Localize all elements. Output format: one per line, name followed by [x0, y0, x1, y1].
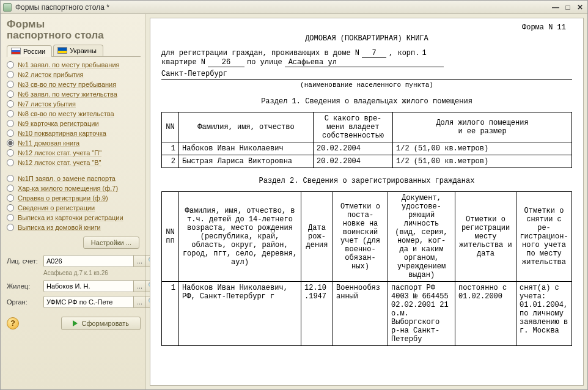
sidebar: Формы паспортного стола России Украины №… [1, 14, 146, 389]
t2-h-fio: Фамилия, имя, отчество, в т.ч. детей до … [179, 192, 301, 282]
form-radio-item[interactable]: №9 карточка регистрации [7, 119, 141, 128]
form-radio-item[interactable]: №6 заявл. по месту жительства [7, 90, 141, 98]
section2-title: Раздел 2. Сведения о зарегистрированных … [161, 177, 572, 185]
account-input[interactable] [43, 255, 134, 267]
radio-label: №6 заявл. по месту жительства [18, 90, 117, 98]
form-radio-group-1: №1 заявл. по месту пребывания№2 листок п… [7, 61, 141, 167]
flat-no: 26 [208, 58, 244, 67]
form-radio-item[interactable]: №12 листок стат. учета "П" [7, 149, 141, 157]
t2-h-off: Отметки о снятии с ре- гистрацион- ного … [516, 192, 572, 282]
maximize-button[interactable]: □ [563, 3, 573, 12]
document-view: Форма N 11 ДОМОВАЯ (ПОКВАРТИРНАЯ) КНИГА … [150, 18, 584, 386]
app-icon [3, 3, 12, 12]
radio[interactable] [7, 214, 14, 221]
radio[interactable] [7, 224, 14, 231]
radio[interactable] [7, 175, 14, 182]
form-radio-item[interactable]: №1П заявл. о замене паспорта [7, 174, 141, 183]
titlebar: Формы паспортного стола * — □ ✕ [1, 1, 587, 14]
radio[interactable] [7, 81, 14, 88]
radio-label: Справка о регистрации (ф.9) [18, 194, 108, 202]
account-browse-button[interactable]: ... [134, 255, 146, 267]
radio-label: №3 св-во по месту пребывания [18, 81, 116, 88]
radio[interactable] [7, 139, 14, 147]
t1-h-fio: Фамилия, имя, отчество [179, 112, 314, 142]
radio-label: №1 заявл. по месту пребывания [18, 61, 120, 68]
form-radio-item[interactable]: Хар-ка жилого помещения (ф.7) [7, 184, 141, 193]
house-no: 7 [362, 49, 386, 58]
radio-label: №12 листок стат. учета "П" [18, 149, 101, 156]
radio-label: №8 св-во по месту жительства [18, 110, 114, 117]
resident-label: Жилец: [7, 282, 41, 290]
t2-h-reg: Отметки о регистрации месту жительства и… [455, 192, 516, 282]
reg-line-2: квартире N 26 по улице Асафьева ул [161, 58, 572, 67]
lookup-form: Лиц. счет: ... 🔍 Асафьева д.7 к.1 кв.26 … [7, 255, 141, 308]
form-radio-group-2: №1П заявл. о замене паспортаХар-ка жилог… [7, 174, 141, 232]
help-icon[interactable]: ? [7, 317, 19, 329]
form-radio-item[interactable]: Выписка из карточки регистрации [7, 213, 141, 222]
form-radio-item[interactable]: №7 листок убытия [7, 100, 141, 108]
form-radio-item[interactable]: №8 св-во по месту жительства [7, 109, 141, 118]
radio[interactable] [7, 90, 14, 98]
window-title: Формы паспортного стола * [15, 3, 109, 12]
form-radio-item[interactable]: №10 поквартирная карточка [7, 129, 141, 138]
form-radio-item[interactable]: Справка о регистрации (ф.9) [7, 194, 141, 202]
radio[interactable] [7, 204, 14, 212]
radio[interactable] [7, 61, 14, 68]
settings-button[interactable]: Настройки ... [83, 237, 139, 249]
owners-table: NN Фамилия, имя, отчество С какого вре- … [161, 112, 572, 168]
generate-button[interactable]: Сформировать [61, 317, 141, 330]
section1-title: Раздел 1. Сведения о владельцах жилого п… [161, 97, 572, 106]
street: Асафьева ул [285, 58, 444, 67]
tab-russia[interactable]: России [7, 45, 52, 57]
radio[interactable] [7, 159, 14, 166]
form-radio-item[interactable]: Выписка из домовой книги [7, 223, 141, 232]
t1-h-since: С какого вре- мени владеет собственность… [314, 112, 393, 142]
doc-title: ДОМОВАЯ (ПОКВАРТИРНАЯ) КНИГА [161, 34, 572, 43]
radio[interactable] [7, 194, 14, 202]
radio-label: №2 листок прибытия [18, 71, 84, 78]
form-radio-item[interactable]: №2 листок прибытия [7, 70, 141, 79]
table-row: 2Быстрая Лариса Викторовна20.02.20041/2 … [162, 155, 572, 168]
account-note: Асафьева д.7 к.1 кв.26 [43, 270, 158, 276]
city-caption: (наименование населенного пункта) [161, 81, 572, 89]
form-radio-item[interactable]: №11 домовая книга [7, 139, 141, 147]
radio[interactable] [7, 185, 14, 192]
radio-label: №9 карточка регистрации [18, 120, 99, 127]
t2-h-mil: Отметки о поста- новке на воинский учет … [333, 192, 388, 282]
flag-ukraine-icon [57, 47, 67, 54]
minimize-button[interactable]: — [551, 3, 560, 12]
radio-label: №7 листок убытия [18, 100, 76, 108]
radio[interactable] [7, 110, 14, 117]
table-row: 1Набоков Иван Николаевич20.02.20041/2 (5… [162, 142, 572, 155]
radio[interactable] [7, 130, 14, 137]
form-radio-item[interactable]: Сведения о регистрации [7, 204, 141, 212]
organ-browse-button[interactable]: ... [134, 296, 146, 308]
radio[interactable] [7, 100, 14, 108]
radio[interactable] [7, 149, 14, 156]
organ-label: Орган: [7, 298, 41, 306]
city: Санкт-Петербург [161, 70, 572, 80]
radio[interactable] [7, 120, 14, 127]
resident-input[interactable] [43, 280, 134, 292]
form-radio-item[interactable]: №12 листок стат. учета "В" [7, 158, 141, 167]
t1-h-share: Доля жилого помещения и ее размер [393, 112, 572, 142]
korp-no: 1 [422, 49, 426, 57]
form-radio-item[interactable]: №1 заявл. по месту пребывания [7, 61, 141, 69]
t2-h-doc: Документ, удостове- ряющий личность (вид… [388, 192, 455, 282]
sidebar-heading: Формы паспортного стола [7, 19, 141, 41]
t2-h-nn: NN пп [162, 192, 179, 282]
resident-browse-button[interactable]: ... [134, 280, 146, 292]
t1-h-nn: NN [162, 112, 179, 142]
close-button[interactable]: ✕ [575, 3, 585, 12]
form-radio-item[interactable]: №3 св-во по месту пребывания [7, 80, 141, 89]
flag-russia-icon [11, 48, 21, 54]
radio-label: №10 поквартирная карточка [18, 130, 106, 137]
tab-ukraine[interactable]: Украины [53, 45, 103, 56]
form-number: Форма N 11 [522, 23, 566, 32]
t2-h-birth: Дата рож- дения [301, 192, 333, 282]
radio[interactable] [7, 71, 14, 78]
organ-input[interactable] [43, 296, 134, 308]
residents-table: NN пп Фамилия, имя, отчество, в т.ч. дет… [161, 191, 572, 346]
radio-label: №12 листок стат. учета "В" [18, 159, 101, 166]
account-label: Лиц. счет: [7, 257, 41, 265]
